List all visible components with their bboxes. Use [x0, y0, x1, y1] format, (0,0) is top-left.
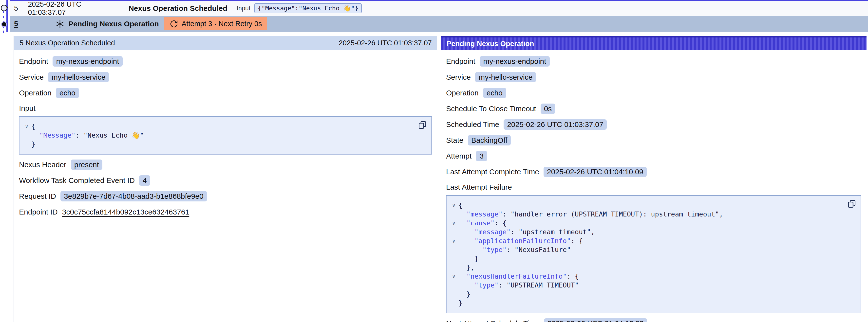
- expanded-event-node-icon[interactable]: [1, 5, 7, 11]
- code-gutter: [449, 228, 458, 236]
- code-gutter: [449, 245, 458, 254]
- detail-field-row: Endpoint ID 3c0c75ccfa8144b092c13ce63246…: [19, 206, 432, 218]
- detail-field-row: Attempt 3: [446, 151, 861, 162]
- collapse-chevron-icon[interactable]: ∨: [22, 122, 31, 131]
- field-label: Next Attempt Schedule Time: [446, 319, 539, 322]
- code-gutter: [449, 298, 458, 308]
- detail-field-row: Next Attempt Schedule Time 2025-02-26 UT…: [446, 318, 861, 322]
- collapse-chevron-icon[interactable]: ∨: [449, 219, 458, 228]
- copy-icon[interactable]: [418, 121, 427, 129]
- event-id-link[interactable]: 5: [14, 20, 18, 28]
- field-value: 3: [476, 151, 487, 161]
- field-value: 2025-02-26 UTC 01:04:10.09: [544, 167, 647, 177]
- detail-field-row: State BackingOff: [446, 135, 861, 146]
- current-event-node-icon[interactable]: [1, 22, 7, 27]
- code-line: }: [22, 140, 416, 149]
- field-value: echo: [483, 88, 506, 98]
- panel-title: Pending Nexus Operation: [446, 40, 534, 48]
- detail-field-row: Last Attempt Complete Time 2025-02-26 UT…: [446, 166, 861, 178]
- collapse-chevron-icon[interactable]: ∨: [449, 272, 458, 281]
- field-label: Attempt: [446, 152, 471, 160]
- attempt-retry-text: Attempt 3 · Next Retry 0s: [182, 20, 262, 28]
- endpoint-id-link[interactable]: 3c0c75ccfa8144b092c13ce632463761: [62, 208, 189, 216]
- code-gutter: [449, 263, 458, 272]
- detail-field-row: Endpoint my-nexus-endpoint: [446, 56, 861, 67]
- panel-nexus-operation-scheduled: 5 Nexus Operation Scheduled 2025-02-26 U…: [13, 36, 437, 322]
- detail-field-row: Request ID 3e829b7e-7d67-4b08-aad3-b1e86…: [19, 191, 432, 202]
- event-timestamp: 2025-02-26 UTC 01:03:37.07: [28, 0, 120, 17]
- detail-field-row: Operation echo: [19, 87, 432, 99]
- field-value: 2025-02-26 UTC 01:04:13.93: [544, 318, 647, 322]
- panel-timestamp: 2025-02-26 UTC 01:03:37.07: [339, 39, 432, 47]
- code-gutter: [449, 290, 458, 298]
- code-text: "type": "UPSTREAM_TIMEOUT": [458, 281, 579, 290]
- attempt-retry-badge: Attempt 3 · Next Retry 0s: [164, 17, 268, 30]
- field-label: Nexus Header: [19, 161, 66, 169]
- panel-body-pending: Endpoint my-nexus-endpoint Service my-he…: [441, 50, 867, 322]
- field-value: 0s: [540, 103, 555, 114]
- code-text: {: [31, 122, 35, 131]
- field-label: Request ID: [19, 192, 56, 200]
- field-value: BackingOff: [468, 135, 511, 146]
- field-label: Operation: [19, 89, 52, 97]
- code-gutter: [22, 131, 31, 140]
- field-label: Workflow Task Completed Event ID: [19, 176, 135, 185]
- input-inline-label: Input: [237, 5, 250, 12]
- field-value: 3e829b7e-7d67-4b08-aad3-b1e868bfe9e0: [60, 191, 207, 201]
- code-line: ∨"nexusHandlerFailureInfo": {: [449, 272, 846, 281]
- field-label: Service: [19, 73, 44, 82]
- failure-json-lines: ∨{"message": "handler error (UPSTREAM_TI…: [449, 201, 846, 308]
- code-line: ∨"cause": {: [449, 219, 846, 228]
- input-json-lines: ∨{"Message": "Nexus Echo 👋"}: [22, 122, 416, 149]
- copy-icon[interactable]: [847, 199, 856, 208]
- event-row-nexus-operation-scheduled[interactable]: 5 2025-02-26 UTC 01:03:37.07 Nexus Opera…: [10, 0, 868, 16]
- field-label: Endpoint: [19, 57, 48, 66]
- field-value: my-nexus-endpoint: [53, 56, 122, 67]
- event-row-pending-nexus-operation[interactable]: 5 Pending Nexus Operation Attempt 3 · Ne…: [10, 16, 868, 32]
- code-line: "Message": "Nexus Echo 👋": [22, 131, 416, 140]
- collapse-chevron-icon[interactable]: ∨: [449, 236, 458, 245]
- code-line: }: [449, 254, 846, 263]
- code-text: "nexusHandlerFailureInfo": {: [458, 272, 579, 281]
- field-value: my-hello-service: [48, 72, 109, 82]
- field-value: my-hello-service: [475, 72, 536, 82]
- field-value: 4: [139, 175, 150, 186]
- code-line: "message": "upstream timeout",: [449, 228, 846, 236]
- field-label: Endpoint: [446, 57, 475, 66]
- event-id-link[interactable]: 5: [14, 4, 18, 12]
- pending-event-name: Pending Nexus Operation: [68, 20, 159, 28]
- code-text: "Message": "Nexus Echo 👋": [31, 131, 144, 140]
- detail-field-row: Nexus Header present: [19, 159, 432, 170]
- collapse-chevron-icon[interactable]: ∨: [449, 201, 458, 210]
- app-root: { "colors": { "accent_blue": "#4843e0", …: [0, 0, 868, 322]
- scheduled-fields-group-2: Nexus Header present Workflow Task Compl…: [19, 159, 432, 218]
- code-line: ∨{: [449, 201, 846, 210]
- code-gutter: [449, 281, 458, 290]
- code-text: "type": "NexusFailure": [458, 245, 571, 254]
- pending-asterisk-icon: [55, 19, 65, 29]
- pending-fields-group: Endpoint my-nexus-endpoint Service my-he…: [446, 56, 861, 178]
- pending-fields-group-2: Next Attempt Schedule Time 2025-02-26 UT…: [446, 318, 861, 322]
- code-line: }: [449, 290, 846, 298]
- detail-field-row: Scheduled Time 2025-02-26 UTC 01:03:37.0…: [446, 119, 861, 130]
- field-label: Service: [446, 73, 471, 82]
- code-line: ∨{: [22, 122, 416, 131]
- code-line: ∨"applicationFailureInfo": {: [449, 236, 846, 245]
- panel-header-scheduled: 5 Nexus Operation Scheduled 2025-02-26 U…: [14, 36, 437, 50]
- field-value: my-nexus-endpoint: [479, 56, 550, 67]
- field-label: Last Attempt Complete Time: [446, 168, 539, 176]
- code-line: "message": "handler error (UPSTREAM_TIME…: [449, 210, 846, 219]
- code-text: "message": "handler error (UPSTREAM_TIME…: [458, 210, 723, 219]
- detail-field-row: Service my-hello-service: [446, 71, 861, 83]
- code-gutter: [449, 254, 458, 263]
- input-preview-chip[interactable]: {"Message":"Nexus Echo 👋"}: [254, 3, 362, 13]
- event-detail-panels: 5 Nexus Operation Scheduled 2025-02-26 U…: [13, 36, 867, 322]
- panel-body-scheduled: Endpoint my-nexus-endpoint Service my-he…: [14, 50, 437, 218]
- code-line: },: [449, 263, 846, 272]
- field-label: State: [446, 136, 463, 144]
- code-text: "message": "upstream timeout",: [458, 228, 595, 236]
- field-label: Operation: [446, 89, 479, 97]
- event-history-rows: 5 2025-02-26 UTC 01:03:37.07 Nexus Opera…: [0, 0, 868, 32]
- code-text: }: [458, 290, 470, 298]
- scheduled-fields-group: Endpoint my-nexus-endpoint Service my-he…: [19, 56, 432, 99]
